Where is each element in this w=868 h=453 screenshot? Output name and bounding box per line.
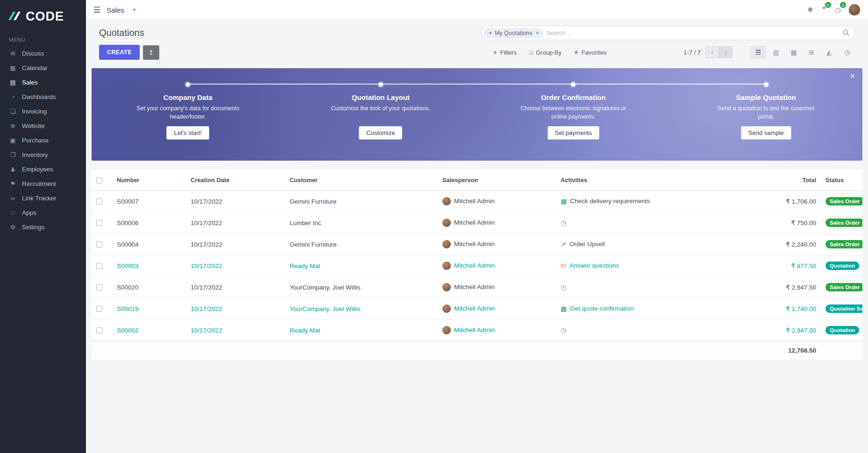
row-checkbox[interactable] <box>96 220 102 226</box>
table-row[interactable]: S0000710/17/2022Gemini FurnitureMitchell… <box>92 191 862 212</box>
favorites-button[interactable]: ★Favorites <box>574 49 606 56</box>
cell-number[interactable]: S00004 <box>112 234 186 255</box>
cell-number[interactable]: S00020 <box>112 276 186 298</box>
cell-number[interactable]: S00002 <box>112 319 186 341</box>
table-header-row: NumberCreation DateCustomerSalespersonAc… <box>92 170 862 191</box>
activity-view-button[interactable]: ◷ <box>839 46 855 59</box>
filters-button[interactable]: ▼Filters <box>493 49 517 56</box>
sidebar-item-label: Apps <box>22 209 36 216</box>
close-icon[interactable]: × <box>850 72 855 80</box>
active-filter-tag[interactable]: ▼ My Quotations × <box>484 28 543 38</box>
column-header-customer[interactable]: Customer <box>285 170 438 191</box>
cell-activity[interactable]: ✉Answer questions <box>556 255 754 276</box>
column-header-creation-date[interactable]: Creation Date <box>186 170 285 191</box>
cell-activity[interactable]: ↗Order Upsell <box>556 234 754 255</box>
cell-number[interactable]: S00003 <box>112 255 186 276</box>
step-title: Company Data <box>164 93 213 101</box>
sidebar-item-settings[interactable]: ⚙Settings <box>0 220 86 234</box>
remove-filter-icon[interactable]: × <box>536 30 539 36</box>
table-row[interactable]: S0002010/17/2022YourCompany, Joel Willis… <box>92 276 862 298</box>
list-view-button[interactable]: ☰ <box>750 46 766 59</box>
cell-activity[interactable]: ◷ <box>556 319 754 341</box>
row-checkbox[interactable] <box>96 241 102 248</box>
table-row[interactable]: S0000210/17/2022Ready MatMitchell Admin◷… <box>92 319 862 341</box>
search-input[interactable] <box>547 29 840 36</box>
cell-salesperson: Mitchell Admin <box>438 276 556 298</box>
step-action-button[interactable]: Set payments <box>548 126 600 140</box>
cell-total: ₹ 750.00 <box>754 212 821 234</box>
step-action-button[interactable]: Send sample <box>741 126 791 140</box>
cell-activity[interactable]: ▦Get quote confirmation <box>556 298 754 319</box>
kanban-view-button[interactable]: ▥ <box>768 46 784 59</box>
bug-icon[interactable]: ✱ <box>806 5 815 15</box>
step-action-button[interactable]: Let's start! <box>166 126 209 140</box>
discuss-icon: ✉ <box>9 50 17 57</box>
select-all-checkbox[interactable] <box>96 177 102 184</box>
select-all-header[interactable] <box>92 170 112 191</box>
column-header-number[interactable]: Number <box>112 170 186 191</box>
sidebar-item-invoicing[interactable]: ❏Invoicing <box>0 104 86 119</box>
search-icon[interactable] <box>843 29 850 36</box>
filter-toolbar: ▼Filters ❏Group By ★Favorites <box>493 49 606 56</box>
group-by-button[interactable]: ❏Group By <box>529 49 562 56</box>
table-row[interactable]: S0001910/17/2022YourCompany, Joel Willis… <box>92 298 862 319</box>
cell-number[interactable]: S00019 <box>112 298 186 319</box>
quotations-table-body: S0000710/17/2022Gemini FurnitureMitchell… <box>92 191 862 341</box>
step-description: Send a quotation to test the customer po… <box>710 105 822 121</box>
cell-customer: YourCompany, Joel Willis <box>285 276 438 298</box>
sidebar-item-dashboards[interactable]: ◔Dashboards <box>0 90 86 104</box>
row-checkbox[interactable] <box>96 198 102 205</box>
step-action-button[interactable]: Customize <box>359 126 402 140</box>
calendar-view-button[interactable]: ▦ <box>786 46 802 59</box>
search-bar[interactable]: ▼ My Quotations × <box>481 26 855 40</box>
column-header-activities[interactable]: Activities <box>556 170 754 191</box>
cell-customer: YourCompany, Joel Willis <box>285 298 438 319</box>
sidebar-item-employees[interactable]: ♟Employees <box>0 162 86 177</box>
sidebar-item-discuss[interactable]: ✉Discuss <box>0 46 86 61</box>
column-header-status[interactable]: Status <box>821 170 862 191</box>
pager-next-button[interactable]: › <box>719 46 733 58</box>
table-row[interactable]: S0000410/17/2022Gemini FurnitureMitchell… <box>92 234 862 255</box>
add-tab-button[interactable]: + <box>130 5 139 14</box>
row-checkbox[interactable] <box>96 327 102 333</box>
cell-customer: Ready Mat <box>285 319 438 341</box>
sidebar-item-sales[interactable]: ▤Sales <box>0 75 86 90</box>
activity-clock-icon[interactable]: ◷1 <box>833 5 842 15</box>
table-row[interactable]: S0000610/17/2022Lumber IncMitchell Admin… <box>92 212 862 234</box>
user-avatar[interactable] <box>848 4 861 16</box>
cell-activity[interactable]: ▦Check delivery requirements <box>556 191 754 212</box>
hamburger-menu-icon[interactable]: ☰ <box>93 5 100 15</box>
row-checkbox[interactable] <box>96 284 102 290</box>
sidebar-item-inventory[interactable]: ❐Inventory <box>0 148 86 162</box>
sidebar-item-recruitment[interactable]: ⚑Recruitment <box>0 177 86 191</box>
column-header-salesperson[interactable]: Salesperson <box>438 170 556 191</box>
export-button[interactable]: ↥ <box>143 45 159 60</box>
row-checkbox[interactable] <box>96 263 102 269</box>
cell-number[interactable]: S00006 <box>112 212 186 234</box>
sidebar-item-apps[interactable]: ∷Apps <box>0 205 86 220</box>
sidebar-item-link-tracker[interactable]: ∞Link Tracker <box>0 191 86 205</box>
cell-activity[interactable]: ◷ <box>556 212 754 234</box>
activity-label: Check delivery requirements <box>570 198 650 205</box>
row-checkbox[interactable] <box>96 306 102 312</box>
column-header-total[interactable]: Total <box>754 170 821 191</box>
sidebar-item-calendar[interactable]: ▦Calendar <box>0 61 86 75</box>
cell-activity[interactable]: ◷ <box>556 276 754 298</box>
cell-number[interactable]: S00007 <box>112 191 186 212</box>
create-button[interactable]: CREATE <box>99 45 140 60</box>
inventory-icon: ❐ <box>9 151 17 158</box>
cell-status: Sales Order <box>821 234 862 255</box>
sidebar-item-purchase[interactable]: ▣Purchase <box>0 133 86 148</box>
cell-creation-date: 10/17/2022 <box>186 234 285 255</box>
table-row[interactable]: S0000310/17/2022Ready MatMitchell Admin✉… <box>92 255 862 276</box>
pager-previous-button[interactable]: ‹ <box>705 46 719 58</box>
control-panel-actions: CREATE ↥ ▼Filters ❏Group By ★Favorites 1… <box>86 42 868 66</box>
messages-icon[interactable]: ❞5 <box>821 5 827 15</box>
graph-view-button[interactable]: ◭ <box>821 46 837 59</box>
filters-funnel-icon: ▼ <box>493 50 498 55</box>
sidebar-item-website[interactable]: ⊕Website <box>0 119 86 133</box>
pivot-view-button[interactable]: ⊞ <box>804 46 819 59</box>
employees-icon: ♟ <box>9 166 17 173</box>
group-by-label: Group By <box>536 49 562 56</box>
app-logo[interactable]: CODE <box>0 0 86 30</box>
